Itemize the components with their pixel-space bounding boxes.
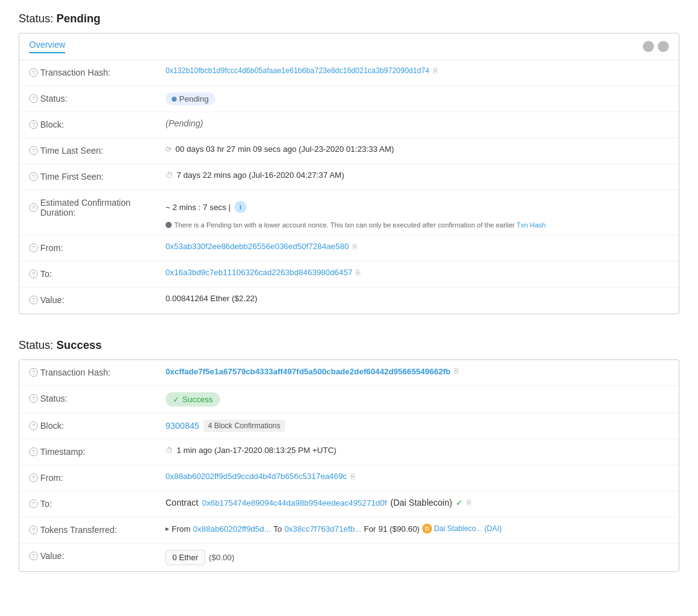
success-from-row: ? From: 0x88ab60202ff9d5d9ccdd4b4d7b656c… — [19, 465, 679, 491]
success-value-label: ? Value: — [29, 550, 166, 561]
success-tokens-row: ? Tokens Transferred: ▸ From 0x88ab60202… — [19, 517, 679, 543]
value-ether-box: 0 Ether — [166, 550, 205, 565]
help-icon[interactable]: ? — [29, 473, 38, 482]
help-icon[interactable]: ? — [29, 447, 38, 456]
help-icon[interactable]: ? — [29, 296, 38, 304]
help-icon[interactable]: ? — [29, 244, 38, 252]
from-link[interactable]: 0x53ab330f2ee86debb26556e036ed50f7284ae5… — [166, 242, 349, 251]
pending-status-label: ? Status: — [29, 92, 166, 103]
circle-btn-1[interactable] — [643, 41, 654, 52]
pending-tx-hash-label: ? Transaction Hash: — [29, 66, 166, 77]
success-from-value: 0x88ab60202ff9d5d9ccdd4b4d7b656c5317ea46… — [166, 472, 669, 481]
pending-to-value: 0x16a3bd9c7eb11106326cad2263bd8463980d64… — [166, 268, 669, 277]
success-card: ? Transaction Hash: 0xcffade7f5e1a67579c… — [19, 359, 679, 572]
pending-value-label: ? Value: — [29, 294, 166, 305]
success-tokens-label: ? Tokens Transferred: — [29, 524, 166, 535]
help-icon[interactable]: ? — [29, 120, 38, 129]
verified-icon: ✓ — [456, 498, 463, 508]
success-badge: Success — [166, 392, 220, 407]
copy-icon[interactable]: ⎘ — [433, 66, 438, 75]
pending-value-row: ? Value: 0.00841264 Ether ($2.22) — [19, 288, 679, 314]
pending-time-first-seen-label: ? Time First Seen: — [29, 170, 166, 182]
header-controls — [643, 41, 669, 52]
help-icon[interactable]: ? — [29, 394, 38, 403]
copy-icon[interactable]: ⎘ — [356, 268, 360, 277]
pending-time-last-seen-row: ? Time Last Seen: ⟳ 00 days 03 hr 27 min… — [19, 138, 679, 164]
tokens-to-link[interactable]: 0x38cc7f763d71efb... — [285, 524, 361, 534]
from-link[interactable]: 0x88ab60202ff9d5d9ccdd4b4d7b656c5317ea46… — [166, 472, 347, 481]
tx-hash-link[interactable]: 0x132b10fbcb1d9fccc4d6b05afaae1e61b6ba72… — [166, 66, 430, 75]
block-pending-text: (Pending) — [166, 118, 203, 128]
pending-time-last-seen-value: ⟳ 00 days 03 hr 27 min 09 secs ago (Jul-… — [166, 144, 669, 154]
pending-est-conf-row: ? Estimated Confirmation Duration: ~ 2 m… — [19, 190, 679, 235]
pending-from-row: ? From: 0x53ab330f2ee86debb26556e036ed50… — [19, 235, 679, 262]
pending-value-value: 0.00841264 Ether ($2.22) — [166, 294, 669, 303]
pending-badge: Pending — [166, 92, 215, 105]
to-contract-link[interactable]: 0x6b175474e89094c44da98b954eedeac495271d… — [202, 498, 387, 508]
success-status-row: ? Status: Success — [19, 386, 679, 413]
pending-block-label: ? Block: — [29, 118, 166, 130]
success-to-label: ? To: — [29, 498, 166, 509]
help-icon[interactable]: ? — [29, 203, 38, 212]
pending-status-row: ? Status: Pending — [19, 86, 679, 112]
card-header: Overview — [19, 33, 679, 60]
help-icon[interactable]: ? — [29, 94, 38, 103]
dai-token-badge: D Dai Stableco... (DAI) — [422, 524, 501, 534]
success-block-value: 9300845 4 Block Confirmations — [166, 420, 669, 432]
help-icon[interactable]: ? — [29, 146, 38, 155]
dai-icon: D — [422, 524, 432, 534]
pending-card: Overview ? Transaction Hash: 0x132b10fbc… — [19, 33, 679, 314]
txn-hash-link[interactable]: Txn Hash — [516, 221, 546, 229]
success-value-row: ? Value: 0 Ether ($0.00) — [19, 543, 679, 571]
success-tx-hash-value: 0xcffade7f5e1a67579cb4333aff497fd5a500cb… — [166, 366, 669, 376]
pending-from-value: 0x53ab330f2ee86debb26556e036ed50f7284ae5… — [166, 242, 669, 251]
info-dot — [166, 222, 172, 228]
success-block-row: ? Block: 9300845 4 Block Confirmations — [19, 413, 679, 439]
tokens-from-link[interactable]: 0x88ab60202ff9d5d... — [193, 524, 271, 534]
success-timestamp-label: ? Timestamp: — [29, 446, 166, 457]
help-icon[interactable]: ? — [29, 270, 38, 278]
circle-btn-2[interactable] — [658, 41, 669, 52]
help-icon[interactable]: ? — [29, 68, 38, 77]
spinner-icon: ⟳ — [166, 145, 172, 154]
copy-icon[interactable]: ⎘ — [454, 367, 459, 376]
block-confirmations-badge: 4 Block Confirmations — [203, 420, 286, 432]
tokens-transfer-detail: ▸ From 0x88ab60202ff9d5d... To 0x38cc7f7… — [166, 524, 501, 534]
pending-est-conf-label: ? Estimated Confirmation Duration: — [29, 196, 166, 218]
help-icon[interactable]: ? — [29, 552, 38, 560]
pending-est-conf-value: ~ 2 mins : 7 secs | i — [166, 196, 669, 218]
copy-icon[interactable]: ⎘ — [467, 498, 471, 507]
success-from-label: ? From: — [29, 472, 166, 483]
copy-icon[interactable]: ⎘ — [353, 242, 357, 251]
clock-icon: ⏱ — [166, 446, 173, 455]
help-icon[interactable]: ? — [29, 368, 38, 377]
est-conf-note: There is a Pending txn with a lower acco… — [166, 221, 546, 229]
success-status-value: Success — [166, 392, 669, 407]
success-timestamp-value: ⏱ 1 min ago (Jan-17-2020 08:13:25 PM +UT… — [166, 446, 669, 455]
pending-to-label: ? To: — [29, 268, 166, 279]
dai-link[interactable]: Dai Stableco... (DAI) — [434, 524, 501, 533]
to-link[interactable]: 0x16a3bd9c7eb11106326cad2263bd8463980d64… — [166, 268, 352, 277]
pending-tx-hash-row: ? Transaction Hash: 0x132b10fbcb1d9fccc4… — [19, 60, 679, 86]
pending-from-label: ? From: — [29, 242, 166, 253]
overview-tab[interactable]: Overview — [29, 40, 65, 53]
tx-hash-link[interactable]: 0xcffade7f5e1a67579cb4333aff497fd5a500cb… — [166, 367, 451, 376]
pending-tx-hash-value: 0x132b10fbcb1d9fccc4d6b05afaae1e61b6ba72… — [166, 66, 669, 75]
copy-icon[interactable]: ⎘ — [351, 472, 355, 481]
pending-status-value: Pending — [166, 92, 669, 105]
success-tx-hash-row: ? Transaction Hash: 0xcffade7f5e1a67579c… — [19, 360, 679, 386]
help-icon[interactable]: ? — [29, 499, 38, 508]
help-icon[interactable]: ? — [29, 172, 38, 181]
arrow-icon: ▸ — [166, 524, 169, 533]
success-status-label: ? Status: — [29, 392, 166, 403]
block-number-link[interactable]: 9300845 — [166, 421, 200, 431]
help-icon[interactable]: ? — [29, 421, 38, 430]
pending-block-row: ? Block: (Pending) — [19, 112, 679, 138]
help-icon[interactable]: ? — [29, 526, 38, 534]
pending-to-row: ? To: 0x16a3bd9c7eb11106326cad2263bd8463… — [19, 262, 679, 288]
pending-section-title: Status: Pending — [19, 12, 679, 25]
success-block-label: ? Block: — [29, 420, 166, 431]
success-tx-hash-label: ? Transaction Hash: — [29, 366, 166, 377]
success-to-row: ? To: Contract 0x6b175474e89094c44da98b9… — [19, 491, 679, 517]
pending-block-value: (Pending) — [166, 118, 669, 128]
